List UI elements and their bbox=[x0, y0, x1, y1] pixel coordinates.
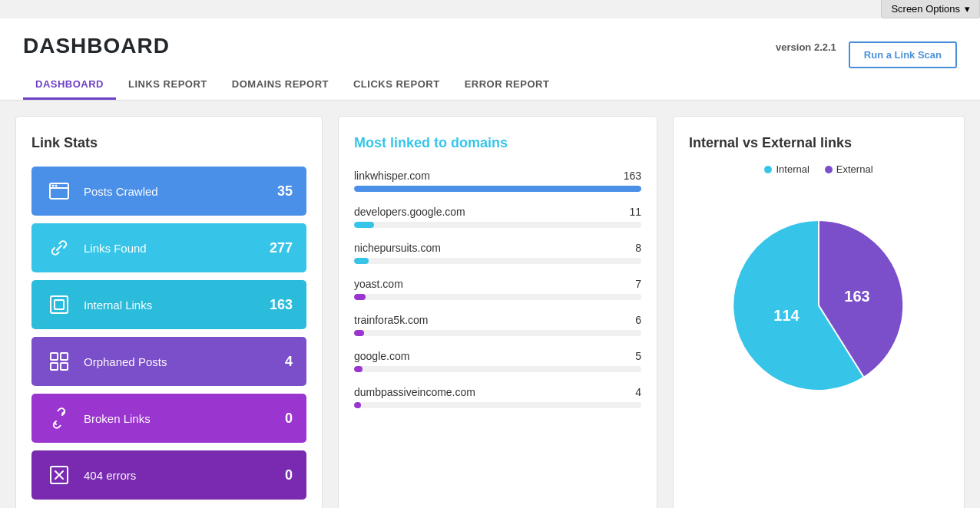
internal-value-label: 163 bbox=[844, 288, 869, 305]
domain-bar-fill bbox=[354, 258, 369, 264]
domain-name: trainfora5k.com bbox=[354, 314, 428, 326]
domain-row-3: nichepursuits.com 8 bbox=[354, 242, 641, 264]
x-box-icon bbox=[45, 461, 73, 489]
stat-card-posts-crawled[interactable]: Posts Crawled 35 bbox=[31, 167, 306, 216]
domain-count: 6 bbox=[635, 314, 641, 326]
domain-name: linkwhisper.com bbox=[354, 170, 430, 182]
tab-clicks-report[interactable]: CLICKS REPORT bbox=[341, 71, 452, 100]
svg-rect-6 bbox=[51, 353, 58, 360]
svg-rect-9 bbox=[61, 363, 68, 370]
chart-title: Internal vs External links bbox=[689, 135, 949, 151]
pie-chart: 114 163 bbox=[704, 190, 934, 421]
domain-count: 163 bbox=[624, 170, 641, 182]
broken-links-label: Broken Links bbox=[84, 412, 151, 425]
stat-card-left: 404 errors bbox=[45, 461, 136, 489]
svg-point-2 bbox=[52, 185, 55, 187]
internal-links-label: Internal Links bbox=[84, 299, 152, 312]
legend-external: External bbox=[825, 163, 873, 175]
domain-bar-bg bbox=[354, 222, 641, 228]
domain-bar-fill bbox=[354, 294, 366, 300]
chart-legend: Internal External bbox=[689, 163, 949, 175]
posts-crawled-label: Posts Crawled bbox=[84, 185, 158, 198]
svg-rect-8 bbox=[51, 363, 58, 370]
chart-panel: Internal vs External links Internal Exte… bbox=[673, 116, 965, 508]
domain-row-2: developers.google.com 11 bbox=[354, 206, 641, 228]
tab-error-report[interactable]: ERROR REPORT bbox=[452, 71, 562, 100]
domain-name: yoast.com bbox=[354, 278, 403, 290]
svg-line-10 bbox=[55, 423, 56, 424]
404-errors-label: 404 errors bbox=[84, 469, 136, 482]
grid-icon bbox=[45, 348, 73, 375]
domain-row-7: dumbpassiveincome.com 4 bbox=[354, 386, 641, 408]
domain-count: 7 bbox=[635, 278, 641, 290]
domains-panel: Most linked to domains linkwhisper.com 1… bbox=[338, 116, 657, 508]
stat-card-left: Internal Links bbox=[45, 291, 152, 318]
internal-links-value: 163 bbox=[270, 297, 293, 313]
svg-rect-5 bbox=[55, 300, 64, 309]
domain-name: dumbpassiveincome.com bbox=[354, 386, 475, 398]
domain-bar-bg bbox=[354, 294, 641, 300]
header-top: DASHBOARD bbox=[23, 34, 776, 58]
domain-bar-fill bbox=[354, 330, 364, 336]
main-content: Link Stats Posts Crawled 35 bbox=[0, 101, 980, 508]
svg-rect-4 bbox=[51, 296, 68, 313]
window-icon bbox=[45, 177, 73, 205]
nav-tabs: DASHBOARD LINKS REPORT DOMAINS REPORT CL… bbox=[23, 71, 957, 100]
stat-card-left: Posts Crawled bbox=[45, 177, 158, 205]
domain-bar-fill bbox=[354, 222, 374, 228]
link-stats-title: Link Stats bbox=[31, 135, 306, 151]
domain-count: 8 bbox=[635, 242, 641, 254]
links-found-value: 277 bbox=[270, 240, 293, 256]
domain-count: 5 bbox=[635, 350, 641, 362]
page-title: DASHBOARD bbox=[23, 34, 170, 58]
domains-title: Most linked to domains bbox=[354, 135, 641, 151]
svg-line-11 bbox=[62, 412, 64, 414]
header: DASHBOARD version 2.2.1 Run a Link Scan … bbox=[0, 18, 980, 101]
orphaned-posts-label: Orphaned Posts bbox=[84, 355, 167, 368]
stat-card-links-found[interactable]: Links Found 277 bbox=[31, 223, 306, 272]
domain-bar-fill bbox=[354, 366, 363, 372]
domain-bar-bg bbox=[354, 258, 641, 264]
links-found-label: Links Found bbox=[84, 242, 147, 255]
broken-link-icon bbox=[45, 404, 73, 432]
domain-count: 4 bbox=[635, 386, 641, 398]
internal-legend-dot bbox=[764, 166, 772, 173]
broken-links-value: 0 bbox=[285, 411, 293, 427]
run-link-scan-button[interactable]: Run a Link Scan bbox=[849, 41, 957, 68]
domain-name: google.com bbox=[354, 350, 409, 362]
screen-options-button[interactable]: Screen Options ▾ bbox=[881, 0, 980, 18]
svg-rect-7 bbox=[61, 353, 68, 360]
domain-name: developers.google.com bbox=[354, 206, 465, 218]
external-value-label: 114 bbox=[773, 307, 800, 324]
orphaned-posts-value: 4 bbox=[285, 354, 293, 370]
domain-row-5: trainfora5k.com 6 bbox=[354, 314, 641, 336]
tab-domains-report[interactable]: DOMAINS REPORT bbox=[220, 71, 341, 100]
tab-dashboard[interactable]: DASHBOARD bbox=[23, 71, 116, 100]
link-stats-panel: Link Stats Posts Crawled 35 bbox=[15, 116, 323, 508]
domain-row-6: google.com 5 bbox=[354, 350, 641, 372]
domain-bar-fill bbox=[354, 402, 361, 408]
domain-bar-bg bbox=[354, 186, 641, 192]
internal-legend-label: Internal bbox=[776, 163, 809, 175]
domain-row-4: yoast.com 7 bbox=[354, 278, 641, 300]
domain-bar-bg bbox=[354, 402, 641, 408]
404-errors-value: 0 bbox=[285, 467, 293, 483]
version-text: version 2.2.1 bbox=[776, 41, 836, 53]
stat-card-internal-links[interactable]: Internal Links 163 bbox=[31, 280, 306, 329]
external-legend-dot bbox=[825, 166, 833, 173]
link-icon bbox=[45, 234, 73, 262]
header-row: DASHBOARD version 2.2.1 Run a Link Scan bbox=[23, 34, 957, 71]
stat-card-left: Orphaned Posts bbox=[45, 348, 167, 375]
posts-crawled-value: 35 bbox=[277, 183, 293, 200]
domain-bar-fill bbox=[354, 186, 641, 192]
tab-links-report[interactable]: LINKS REPORT bbox=[116, 71, 220, 100]
domain-bar-bg bbox=[354, 330, 641, 336]
stat-card-broken-links[interactable]: Broken Links 0 bbox=[31, 394, 306, 443]
top-bar: Screen Options ▾ bbox=[0, 0, 980, 18]
stat-card-orphaned-posts[interactable]: Orphaned Posts 4 bbox=[31, 337, 306, 386]
domain-count: 11 bbox=[629, 206, 641, 218]
svg-point-3 bbox=[55, 185, 58, 187]
stat-card-404-errors[interactable]: 404 errors 0 bbox=[31, 450, 306, 500]
domain-row-1: linkwhisper.com 163 bbox=[354, 170, 641, 192]
chevron-down-icon: ▾ bbox=[965, 3, 970, 15]
